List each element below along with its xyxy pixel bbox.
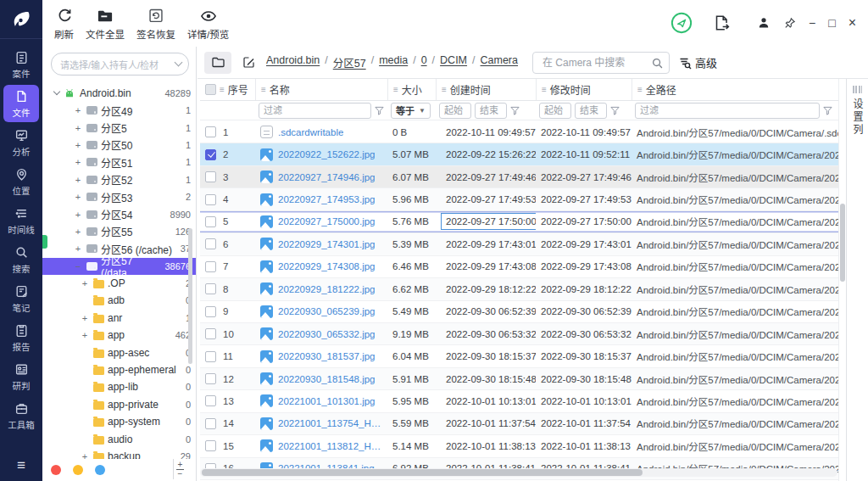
row-checkbox[interactable] xyxy=(205,171,216,182)
table-row[interactable]: 3 20220927_174946.jpg 6.07 MB 2022-09-27… xyxy=(200,166,839,188)
signature-recovery-button[interactable]: 签名恢复 xyxy=(133,5,179,42)
file-name-link[interactable]: 20220927_174946.jpg xyxy=(278,172,375,182)
row-checkbox[interactable] xyxy=(205,194,216,205)
row-checkbox[interactable] xyxy=(205,238,216,249)
folder-view-button[interactable] xyxy=(204,52,231,74)
tree-item-folder[interactable]: app-lib 0 xyxy=(42,378,196,395)
row-checkbox[interactable] xyxy=(205,328,216,339)
tag-dot-yellow[interactable] xyxy=(73,465,83,475)
breadcrumb-segment[interactable]: Camera xyxy=(481,54,518,70)
tree-root-android-bin[interactable]: Android.bin 48289 xyxy=(42,84,196,102)
maximize-button[interactable]: □ xyxy=(828,17,835,29)
sidebar-item-report[interactable]: 报告 xyxy=(3,319,39,356)
file-name-link[interactable]: 20221001_101301.jpg xyxy=(278,396,375,406)
file-name-link[interactable]: 20220922_152622.jpg xyxy=(278,149,375,159)
expander-icon[interactable]: + xyxy=(80,330,90,340)
row-checkbox[interactable] xyxy=(205,373,216,384)
expander-icon[interactable]: − xyxy=(73,261,83,271)
file-name-link[interactable]: 20220930_065332.jpg xyxy=(278,329,375,339)
column-settings-tab[interactable]: 设置列 xyxy=(850,98,865,137)
sidebar-item-search[interactable]: 搜索 xyxy=(3,241,39,278)
edit-path-button[interactable] xyxy=(242,55,256,70)
tree-item-folder[interactable]: + .OP 2 xyxy=(42,275,196,292)
table-row[interactable]: 14 20221001_113754_HDR.jpg 5.59 MB 2022-… xyxy=(200,413,839,435)
tree-item-partition[interactable]: + 分区5 1 xyxy=(42,119,196,136)
table-row[interactable]: 5 20220927_175000.jpg 5.76 MB 2022-09-27… xyxy=(200,211,839,233)
row-checkbox[interactable] xyxy=(205,216,216,227)
row-checkbox[interactable] xyxy=(205,126,216,137)
file-name-link[interactable]: 20220929_181222.jpg xyxy=(278,284,375,294)
breadcrumb-segment[interactable]: Android.bin xyxy=(266,54,320,70)
column-header-modified[interactable]: ≡修改时间 xyxy=(536,79,632,100)
panel-collapse-tab[interactable] xyxy=(42,235,47,249)
drag-grip-icon[interactable] xyxy=(853,86,862,93)
tag-dot-blue[interactable] xyxy=(95,465,105,475)
funnel-icon[interactable] xyxy=(510,106,520,115)
scrollbar-thumb[interactable] xyxy=(202,469,643,476)
notification-button[interactable] xyxy=(670,12,693,34)
expander-icon[interactable]: + xyxy=(73,157,83,167)
file-name-link[interactable]: 20220930_181537.jpg xyxy=(278,351,375,361)
table-row[interactable]: 6 20220929_174301.jpg 5.39 MB 2022-09-29… xyxy=(200,233,839,255)
user-button[interactable] xyxy=(757,16,771,30)
tree-item-partition[interactable]: + 分区51 1 xyxy=(42,154,196,171)
breadcrumb-segment[interactable]: 0 xyxy=(421,54,427,70)
row-checkbox[interactable] xyxy=(205,283,216,294)
search-input[interactable] xyxy=(541,56,651,70)
breadcrumb-segment[interactable]: 分区57 xyxy=(333,54,366,70)
column-header-path[interactable]: ≡全路径 xyxy=(632,79,839,100)
detail-preview-button[interactable]: 详情/预览 xyxy=(184,5,232,42)
sidebar-item-judgement[interactable]: 研判 xyxy=(3,358,39,395)
sidebar-item-case[interactable]: 案件 xyxy=(3,46,39,83)
created-end-input[interactable] xyxy=(475,103,507,119)
tree-item-partition[interactable]: + 分区52 1 xyxy=(42,171,196,188)
minimize-button[interactable]: − xyxy=(809,17,815,29)
file-name-link[interactable]: 20220930_181548.jpg xyxy=(278,374,375,384)
pin-button[interactable] xyxy=(783,17,796,30)
refresh-button[interactable]: 刷新 xyxy=(51,5,77,42)
file-name-link[interactable]: 20220929_174308.jpg xyxy=(278,261,375,271)
row-checkbox[interactable] xyxy=(205,149,216,160)
tree-scrollbar[interactable] xyxy=(188,228,192,364)
sidebar-item-files[interactable]: 文件 xyxy=(3,85,39,122)
expander-icon[interactable]: + xyxy=(80,451,90,459)
file-name-link[interactable]: 20221001_113812_HDR.jpg xyxy=(278,441,387,451)
tree-item-folder[interactable]: audio 0 xyxy=(42,430,196,447)
table-row[interactable]: 1 .sdcardwritable 0 B 2022-10-11 09:49:5… xyxy=(200,121,839,143)
select-all-checkbox[interactable] xyxy=(205,84,216,95)
search-icon[interactable] xyxy=(651,57,664,70)
sidebar-item-toolbox[interactable]: 工具箱 xyxy=(3,397,39,434)
modified-start-input[interactable] xyxy=(539,103,571,119)
advanced-search-button[interactable]: 高级 xyxy=(678,54,717,70)
size-operator-select[interactable]: 等于▼ xyxy=(391,103,431,119)
name-filter-input[interactable] xyxy=(259,103,371,119)
path-filter-input[interactable] xyxy=(635,103,820,119)
file-name-link[interactable]: 20221001_113754_HDR.jpg xyxy=(278,418,387,428)
table-row[interactable]: 9 20220930_065239.jpg 5.49 MB 2022-09-30… xyxy=(200,301,839,323)
expander-icon[interactable]: + xyxy=(80,278,90,288)
sidebar-item-location[interactable]: 位置 xyxy=(3,163,39,200)
expander-icon[interactable]: + xyxy=(73,123,83,133)
table-row[interactable]: 2 20220922_152622.jpg 5.07 MB 2022-09-22… xyxy=(200,143,839,165)
expander-icon[interactable]: + xyxy=(73,140,83,150)
row-checkbox[interactable] xyxy=(205,418,216,429)
tree-item-folder[interactable]: app-private 0 xyxy=(42,396,196,413)
funnel-icon[interactable] xyxy=(823,106,832,115)
tree-item-folder[interactable]: app-system 0 xyxy=(42,413,196,430)
expander-icon[interactable]: + xyxy=(73,210,83,220)
expander-icon[interactable]: + xyxy=(73,227,83,237)
tree-item-partition[interactable]: − 分区57 (/data... 38676 xyxy=(42,258,196,275)
show-all-files-button[interactable]: 文件全显 xyxy=(82,5,128,42)
file-name-link[interactable]: 20220930_065239.jpg xyxy=(278,306,375,316)
tree-width-adjuster[interactable]: +− xyxy=(173,459,186,479)
table-row[interactable]: 4 20220927_174953.jpg 5.96 MB 2022-09-27… xyxy=(200,188,839,210)
column-header-index[interactable]: ≡ 序号 xyxy=(200,79,255,100)
close-button[interactable]: × xyxy=(849,17,856,29)
expander-icon[interactable]: + xyxy=(80,313,90,323)
table-row[interactable]: 15 20221001_113812_HDR.jpg 5.14 MB 2022-… xyxy=(200,435,839,457)
modified-end-input[interactable] xyxy=(575,103,607,119)
tree-item-folder[interactable]: + app 462 xyxy=(42,327,196,344)
funnel-icon[interactable] xyxy=(610,106,620,115)
expander-icon[interactable]: + xyxy=(73,243,83,254)
sidebar-item-analysis[interactable]: 分析 xyxy=(3,124,39,161)
